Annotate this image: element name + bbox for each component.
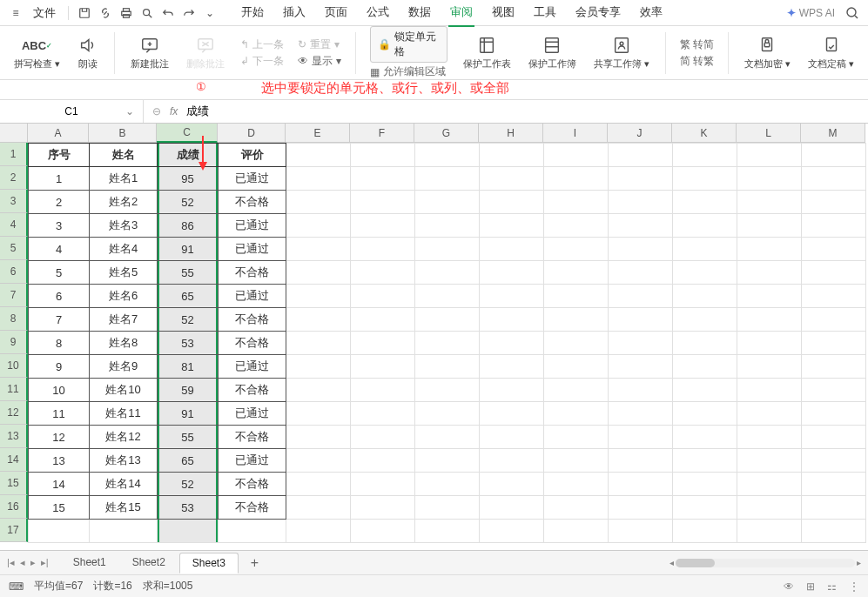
col-header-L[interactable]: L [737,124,801,143]
cell[interactable] [609,379,673,402]
tab-页面[interactable]: 页面 [323,0,349,27]
cell[interactable] [673,144,737,167]
file-menu[interactable]: 文件 [28,5,61,21]
cell[interactable]: 不合格 [219,496,286,520]
cell[interactable] [286,285,351,308]
cell[interactable] [480,520,544,543]
cell[interactable] [673,520,737,543]
cell[interactable]: 姓名 [90,144,158,167]
cell[interactable] [544,520,609,543]
allow-edit-button[interactable]: ▦允许编辑区域 [370,64,447,79]
cell[interactable] [415,520,480,543]
cell[interactable] [480,426,544,449]
undo-icon[interactable] [159,4,177,22]
row-header-12[interactable]: 12 [0,401,28,425]
cell[interactable] [415,308,480,332]
cell[interactable] [544,308,609,332]
last-sheet-icon[interactable]: ▸| [41,557,49,568]
cell[interactable] [609,285,673,308]
cell[interactable] [673,473,737,496]
col-header-K[interactable]: K [672,124,737,143]
col-header-A[interactable]: A [28,124,89,143]
cell[interactable] [737,473,802,496]
cell[interactable] [286,167,351,191]
cell[interactable] [737,167,802,191]
cell[interactable] [351,426,415,449]
cell[interactable]: 序号 [29,144,90,167]
cell[interactable]: 已通过 [219,238,286,261]
cell[interactable]: 14 [29,473,90,496]
cell[interactable] [286,332,351,355]
cell[interactable]: 8 [29,332,90,355]
cell[interactable]: 已通过 [219,214,286,238]
cell[interactable]: 姓名2 [90,191,158,214]
cell[interactable] [351,167,415,191]
cell[interactable]: 11 [29,402,90,426]
cell[interactable]: 姓名5 [90,261,158,285]
col-header-H[interactable]: H [479,124,543,143]
tab-公式[interactable]: 公式 [365,0,391,27]
dropdown-icon[interactable]: ⌄ [201,4,219,22]
preview-icon[interactable] [138,4,156,22]
cell[interactable] [351,191,415,214]
cell[interactable] [351,214,415,238]
row-header-11[interactable]: 11 [0,378,28,401]
cell[interactable] [351,520,415,543]
row-header-3[interactable]: 3 [0,190,28,213]
add-sheet-button[interactable]: + [246,555,264,571]
cell[interactable] [480,402,544,426]
cell[interactable] [480,496,544,520]
cell[interactable]: 成绩 [158,144,219,167]
cell[interactable] [351,238,415,261]
sheet-tab-Sheet3[interactable]: Sheet3 [179,553,239,574]
lock-cell-button[interactable]: 🔒锁定单元格 [370,26,447,63]
view-grid-icon[interactable]: ⊞ [806,580,815,593]
spellcheck-button[interactable]: ABC✓ 拼写检查 ▾ [9,35,65,70]
protect-sheet-button[interactable]: 保护工作表 [458,35,516,70]
cells-area[interactable]: 序号姓名成绩评价1姓名195已通过2姓名252不合格3姓名386已通过4姓名49… [28,143,866,543]
cell[interactable] [415,449,480,473]
cell[interactable] [480,379,544,402]
cell[interactable] [544,167,609,191]
cell[interactable] [351,449,415,473]
cell[interactable] [544,332,609,355]
prev-sheet-icon[interactable]: ◂ [20,557,25,568]
cell[interactable] [673,214,737,238]
cell[interactable] [673,261,737,285]
tab-审阅[interactable]: 审阅 [448,0,474,27]
sheet-tab-Sheet2[interactable]: Sheet2 [120,553,178,573]
cell[interactable] [415,144,480,167]
cell[interactable] [415,191,480,214]
col-header-C[interactable]: C [157,124,218,143]
cell[interactable] [351,402,415,426]
col-header-G[interactable]: G [414,124,479,143]
cell[interactable] [609,308,673,332]
cell[interactable]: 59 [158,379,219,402]
cell[interactable] [802,285,866,308]
cell[interactable] [286,379,351,402]
cell[interactable] [480,238,544,261]
scroll-right-icon[interactable]: ▸ [857,558,861,567]
row-header-14[interactable]: 14 [0,448,28,472]
cell[interactable] [802,496,866,520]
cell[interactable]: 52 [158,191,219,214]
cell[interactable] [286,496,351,520]
cell[interactable]: 不合格 [219,261,286,285]
scroll-left-icon[interactable]: ◂ [670,558,674,567]
cell[interactable] [673,496,737,520]
cell[interactable]: 姓名8 [90,332,158,355]
prev-comment-button[interactable]: ↰上一条 [240,37,284,52]
next-comment-button[interactable]: ↲下一条 [240,54,284,69]
cell[interactable] [737,308,802,332]
cell[interactable] [737,238,802,261]
cell[interactable] [351,144,415,167]
tab-效率[interactable]: 效率 [638,0,664,27]
cell[interactable]: 65 [158,285,219,308]
print-icon[interactable] [118,4,135,22]
cell[interactable]: 不合格 [219,426,286,449]
cell[interactable]: 姓名14 [90,473,158,496]
col-header-J[interactable]: J [608,124,672,143]
cell[interactable] [480,355,544,379]
cell[interactable] [544,473,609,496]
cell[interactable] [544,426,609,449]
